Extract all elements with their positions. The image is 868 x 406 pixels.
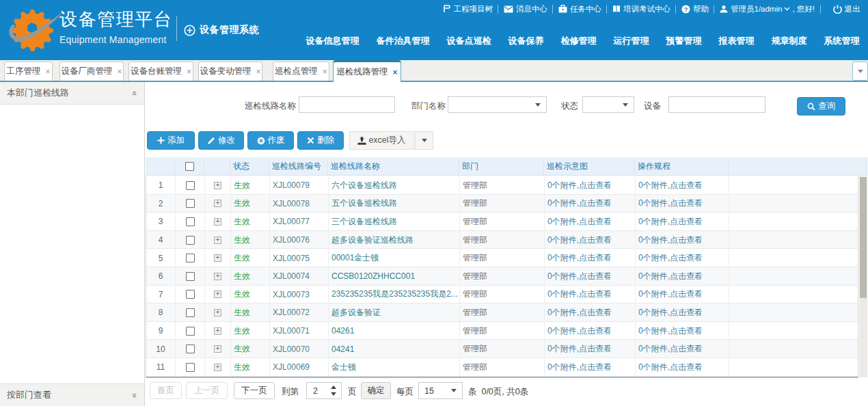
svg-text:?: ? xyxy=(684,5,688,12)
